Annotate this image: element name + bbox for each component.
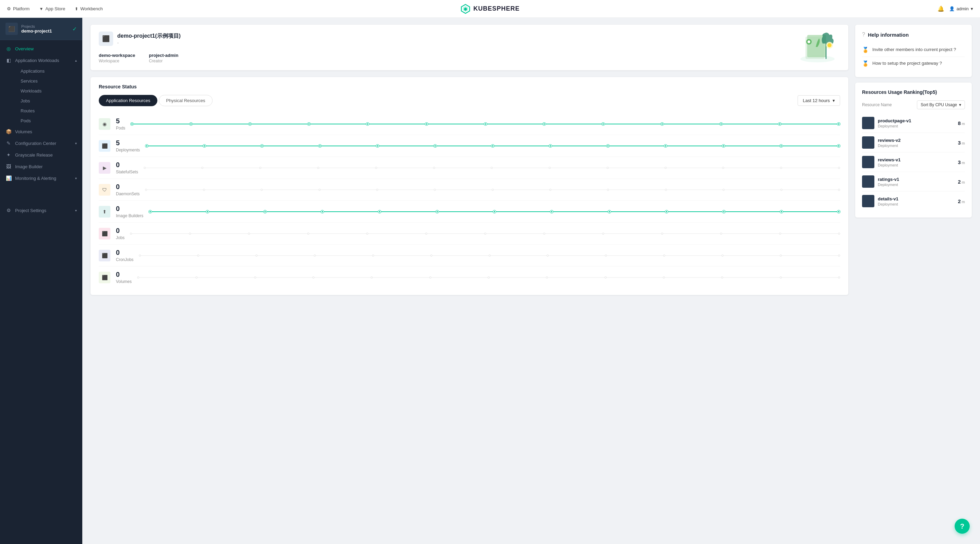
meta-workspace: demo-workspace Workspace: [99, 53, 135, 63]
project-meta: demo-workspace Workspace project-admin C…: [99, 53, 840, 63]
sidebar-item-grayscale[interactable]: ✦ Grayscale Release: [0, 149, 82, 161]
sidebar: ⬛ Projects demo-project1 ✓ ◎ Overview ◧ …: [0, 18, 82, 303]
appstore-menu[interactable]: ▼ App Store: [39, 6, 65, 11]
resource-chart: [137, 272, 840, 282]
resource-count: 0: [116, 161, 138, 169]
sidebar-item-project-settings[interactable]: ⚙ Project Settings ▾: [0, 205, 82, 216]
chart-dot: [720, 123, 722, 125]
main-content: Overview ⬛ demo-project1(示例项目) -: [82, 0, 980, 303]
time-range-label: Last 12 hours: [803, 98, 830, 103]
help-card: ? Help information 🏅 Invite other member…: [855, 25, 972, 77]
sidebar-item-overview[interactable]: ◎ Overview: [0, 43, 82, 54]
chart-dot: [149, 210, 151, 213]
sidebar-item-jobs[interactable]: Jobs: [15, 96, 82, 106]
svg-point-10: [827, 43, 832, 47]
tab-physical-resources[interactable]: Physical Resources: [159, 95, 212, 106]
resource-icon: ▶: [99, 162, 110, 174]
grayscale-icon: ✦: [5, 152, 12, 158]
empty-dot: [663, 255, 665, 257]
chart-dot: [664, 144, 667, 147]
sidebar-item-workloads[interactable]: Workloads: [15, 86, 82, 96]
sidebar-item-volumes[interactable]: 📦 Volumes: [0, 126, 82, 137]
empty-dot: [376, 189, 378, 191]
project-illustration: [794, 28, 842, 66]
sidebar-item-monitoring[interactable]: 📊 Monitoring & Alerting ▾: [0, 172, 82, 184]
chart-dot: [661, 123, 663, 125]
monitoring-icon: 📊: [5, 175, 12, 181]
workbench-label: Workbench: [80, 6, 103, 11]
sidebar-projectsettings-label: Project Settings: [15, 208, 72, 213]
empty-dot: [196, 276, 197, 279]
empty-dot: [780, 255, 782, 257]
ranking-unit: m: [961, 122, 965, 126]
empty-dot: [722, 167, 724, 169]
empty-dot: [605, 276, 606, 279]
project-card-sub: -: [117, 40, 181, 45]
sidebar-item-config-center[interactable]: ✎ Configuration Center ▾: [0, 137, 82, 149]
sidebar-overview-label: Overview: [15, 46, 77, 51]
ranking-type: Deployment: [878, 163, 954, 167]
rankings-header: Resources Usage Ranking(Top5): [862, 89, 965, 95]
chart-empty-dots: [144, 167, 840, 169]
ranking-info: productpage-v1 Deployment: [878, 118, 954, 128]
chart-dot: [376, 144, 379, 147]
platform-menu[interactable]: ⚙ Platform: [7, 6, 30, 11]
help-item[interactable]: 🏅 Invite other members into current proj…: [862, 43, 965, 57]
ranking-row: ratings-v1 Deployment 2 m: [862, 172, 965, 192]
help-item-text: Invite other members into current projec…: [872, 47, 956, 53]
notifications-icon[interactable]: 🔔: [937, 5, 944, 12]
logo-text: KUBESPHERE: [473, 5, 520, 12]
help-items: 🏅 Invite other members into current proj…: [862, 43, 965, 70]
tab-application-resources[interactable]: Application Resources: [99, 95, 158, 106]
project-settings-icon: ⚙: [5, 208, 12, 213]
help-icon: ?: [862, 32, 865, 38]
sidebar-item-app-workloads[interactable]: ◧ Application Workloads ▴: [0, 54, 82, 66]
left-column: ⬛ demo-project1(示例项目) -: [91, 25, 848, 295]
chart-dot: [434, 144, 436, 147]
resource-status-title: Resource Status: [99, 84, 137, 89]
resource-count-group: 5 Deployments: [116, 139, 140, 152]
overview-grid: ⬛ demo-project1(示例项目) -: [91, 25, 972, 295]
project-card-title: demo-project1(示例项目) -: [117, 33, 181, 45]
help-item-icon: 🏅: [862, 47, 869, 53]
sidebar-sub-appworkloads: Applications Services Workloads Jobs Rou…: [0, 66, 82, 126]
empty-dot: [314, 255, 316, 257]
help-item[interactable]: 🏅 How to setup the project gateway ?: [862, 57, 965, 70]
empty-dot: [318, 189, 321, 191]
topnav: ⚙ Platform ▼ App Store ⬆ Workbench KUBES…: [0, 0, 980, 18]
admin-menu[interactable]: 👤 admin ▾: [949, 6, 973, 11]
resource-name: Deployments: [116, 147, 140, 152]
empty-dot: [663, 276, 665, 279]
ranking-value: 3 m: [958, 140, 965, 146]
resource-name: Pods: [116, 126, 125, 130]
workbench-icon: ⬆: [75, 6, 78, 11]
platform-label: Platform: [13, 6, 30, 11]
empty-dot: [488, 255, 491, 257]
appstore-icon: ▼: [39, 6, 43, 11]
overview-icon: ◎: [5, 46, 12, 51]
ranking-icon: [862, 175, 874, 188]
sidebar-item-services[interactable]: Services: [15, 76, 82, 86]
workbench-menu[interactable]: ⬆ Workbench: [75, 6, 103, 11]
empty-dot: [203, 189, 205, 191]
time-range-select[interactable]: Last 12 hours ▾: [797, 95, 840, 106]
sidebar-item-routes[interactable]: Routes: [15, 106, 82, 116]
project-selector[interactable]: ⬛ Projects demo-project1 ✓: [0, 18, 82, 40]
empty-dot: [312, 276, 315, 279]
sidebar-item-image-builder[interactable]: 🖼 Image Builder: [0, 161, 82, 172]
ranking-icon: [862, 136, 874, 149]
ranking-name: reviews-v2: [878, 138, 954, 143]
empty-dot: [317, 167, 319, 169]
chevron-up-icon: ▴: [75, 59, 77, 62]
chart-dot: [837, 210, 840, 213]
empty-dot: [375, 167, 377, 169]
sort-select[interactable]: Sort By CPU Usage ▾: [917, 100, 965, 109]
chart-dot: [318, 144, 321, 147]
sidebar-item-pods[interactable]: Pods: [15, 116, 82, 126]
chart-dot: [203, 144, 206, 147]
empty-dot: [838, 255, 840, 257]
chart-dot: [778, 123, 781, 125]
ranking-value: 2 m: [958, 179, 965, 185]
sidebar-item-applications[interactable]: Applications: [15, 66, 82, 76]
resource-chart: [144, 163, 840, 173]
